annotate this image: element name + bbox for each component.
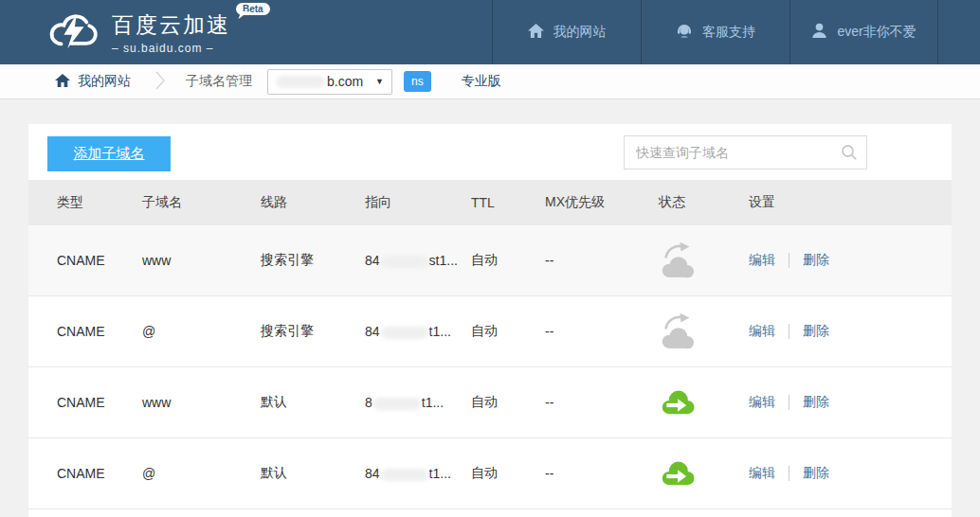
plan-version-link[interactable]: 专业版 <box>462 73 501 90</box>
domain-select-value: b.com <box>327 74 363 89</box>
record-line: 搜索引擎 <box>261 323 365 340</box>
breadcrumb-home-label: 我的网站 <box>78 73 131 90</box>
home-icon <box>528 24 554 41</box>
action-divider <box>789 395 789 410</box>
subdomain-card: 添加子域名 类型 子域名 线路 指向 TTL MX优先级 状态 设置 <box>28 124 952 517</box>
nav-item-account[interactable]: ever非你不爱 <box>789 0 938 64</box>
edit-link[interactable]: 编辑 <box>749 394 775 411</box>
card-toolbar: 添加子域名 <box>28 124 952 180</box>
col-header-status: 状态 <box>659 194 749 211</box>
record-type: CNAME <box>57 253 142 268</box>
nav-item-label: 我的网站 <box>554 24 607 41</box>
breadcrumb: 我的网站 子域名管理 b.com ▼ ns 专业版 <box>0 64 980 99</box>
headset-icon <box>676 23 702 43</box>
record-actions: 编辑 删除 <box>749 465 952 482</box>
chevron-right-icon <box>155 71 165 93</box>
ns-badge[interactable]: ns <box>404 71 431 92</box>
edit-link[interactable]: 编辑 <box>749 323 775 340</box>
status-active-cloud-icon <box>659 388 697 418</box>
delete-link[interactable]: 删除 <box>803 394 829 411</box>
delete-link[interactable]: 删除 <box>803 323 829 340</box>
col-header-settings: 设置 <box>749 194 952 211</box>
table-row: CNAME www 搜索引擎 84st1... 自动 -- <box>28 225 952 296</box>
record-mx-priority: -- <box>545 324 659 339</box>
nav-item-my-websites[interactable]: 我的网站 <box>492 0 641 64</box>
record-target: 84t1... <box>365 466 471 481</box>
redacted-domain-blur <box>276 76 325 88</box>
record-status[interactable] <box>659 388 749 418</box>
record-mx-priority: -- <box>545 395 659 410</box>
record-ttl: 自动 <box>471 465 545 482</box>
record-subdomain: @ <box>142 466 261 481</box>
col-header-line: 线路 <box>261 194 365 211</box>
redacted-target-blur <box>381 256 428 268</box>
subdomain-search <box>624 135 867 169</box>
record-actions: 编辑 删除 <box>749 323 952 340</box>
logo-cloud-lightning-icon <box>45 9 112 56</box>
record-type: CNAME <box>57 395 142 410</box>
action-divider <box>789 253 789 268</box>
delete-link[interactable]: 删除 <box>803 465 829 482</box>
record-ttl: 自动 <box>471 394 545 411</box>
delete-link[interactable]: 删除 <box>803 252 829 269</box>
username-label: ever非你不爱 <box>837 24 916 41</box>
col-header-subdomain: 子域名 <box>142 194 261 211</box>
record-target: 84st1... <box>365 253 471 268</box>
redacted-target-blur <box>381 327 428 339</box>
redacted-target-blur <box>373 398 421 410</box>
add-subdomain-button[interactable]: 添加子域名 <box>47 136 171 171</box>
table-row: CNAME www 默认 8t1... 自动 -- <box>28 367 952 438</box>
record-subdomain: @ <box>142 324 261 339</box>
nav-item-support[interactable]: 客服支持 <box>641 0 789 64</box>
record-type: CNAME <box>57 466 142 481</box>
chevron-down-icon: ▼ <box>375 77 384 86</box>
logo[interactable]: 百度云加速 Beta – su.baidu.com – <box>45 0 270 64</box>
beta-badge: Beta <box>236 3 270 15</box>
main-content: 添加子域名 类型 子域名 线路 指向 TTL MX优先级 状态 设置 <box>0 99 980 517</box>
col-header-target: 指向 <box>365 194 471 211</box>
record-mx-priority: -- <box>545 253 659 268</box>
logo-title: 百度云加速 <box>112 10 230 40</box>
record-status[interactable] <box>659 459 749 489</box>
breadcrumb-section-label: 子域名管理 <box>186 73 252 90</box>
table-row: CNAME @ 默认 84t1... 自动 -- <box>28 438 952 509</box>
navbar-menu: 我的网站 客服支持 ever非你不爱 <box>492 0 938 64</box>
record-target: 8t1... <box>365 395 471 410</box>
home-icon <box>55 74 78 90</box>
logo-text: 百度云加速 Beta – su.baidu.com – <box>112 10 270 55</box>
top-navbar: 百度云加速 Beta – su.baidu.com – 我的网站 <box>0 0 980 64</box>
record-subdomain: www <box>142 395 261 410</box>
nav-item-label: 客服支持 <box>702 24 755 41</box>
col-header-type: 类型 <box>57 194 142 211</box>
status-paused-cloud-icon <box>659 312 697 350</box>
table-header-row: 类型 子域名 线路 指向 TTL MX优先级 状态 设置 <box>28 180 952 225</box>
record-actions: 编辑 删除 <box>749 394 952 411</box>
record-actions: 编辑 删除 <box>749 252 952 269</box>
table-row: CNAME @ 搜索引擎 84t1... 自动 -- <box>28 296 952 367</box>
record-line: 默认 <box>261 465 365 482</box>
record-status[interactable] <box>659 241 749 279</box>
col-header-ttl: TTL <box>471 195 545 210</box>
col-header-mx: MX优先级 <box>545 194 659 211</box>
record-type: CNAME <box>57 324 142 339</box>
logo-subtitle: – su.baidu.com – <box>112 42 270 55</box>
record-subdomain: www <box>142 253 261 268</box>
domain-select[interactable]: b.com ▼ <box>267 69 392 95</box>
record-target: 84t1... <box>365 324 471 339</box>
action-divider <box>789 324 789 339</box>
search-input[interactable] <box>624 135 867 169</box>
record-ttl: 自动 <box>471 323 545 340</box>
record-status[interactable] <box>659 312 749 350</box>
edit-link[interactable]: 编辑 <box>749 465 775 482</box>
status-active-cloud-icon <box>659 459 697 489</box>
table-body: CNAME www 搜索引擎 84st1... 自动 -- <box>28 225 952 509</box>
redacted-target-blur <box>381 469 428 481</box>
record-line: 默认 <box>261 394 365 411</box>
breadcrumb-home-link[interactable]: 我的网站 <box>55 73 131 90</box>
search-icon[interactable] <box>841 144 858 165</box>
status-paused-cloud-icon <box>659 241 697 279</box>
edit-link[interactable]: 编辑 <box>749 252 775 269</box>
record-line: 搜索引擎 <box>261 252 365 269</box>
user-icon <box>811 23 837 42</box>
record-ttl: 自动 <box>471 252 545 269</box>
